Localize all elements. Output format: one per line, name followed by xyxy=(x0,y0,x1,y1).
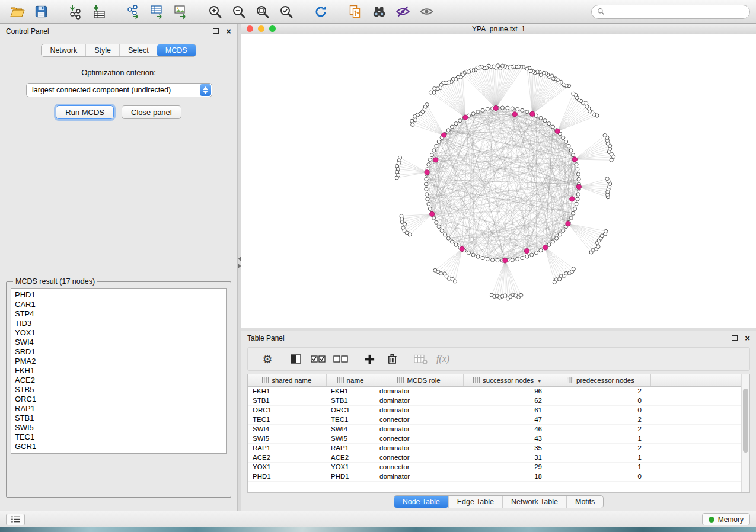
delete-column-button[interactable] xyxy=(381,349,403,369)
cell-predecessor-nodes[interactable]: 0 xyxy=(551,405,650,415)
cell-mcds-role[interactable]: connector xyxy=(375,415,463,424)
divider-handle-icon[interactable] xyxy=(238,257,241,268)
mcds-result-item[interactable]: PHD1 xyxy=(15,290,222,300)
table-row[interactable]: ACE2ACE2connector311 xyxy=(248,453,741,462)
cell-mcds-role[interactable]: connector xyxy=(375,434,463,443)
export-image-button[interactable] xyxy=(170,2,192,22)
cell-shared-name[interactable]: SWI4 xyxy=(248,424,326,434)
column-header-mcds-role[interactable]: MCDS role xyxy=(375,374,463,386)
column-header-name[interactable]: name xyxy=(326,374,375,386)
cell-shared-name[interactable]: YOX1 xyxy=(248,462,326,472)
panel-split-divider[interactable] xyxy=(237,24,241,511)
table-row[interactable]: FKH1FKH1dominator962 xyxy=(248,386,741,396)
cell-predecessor-nodes[interactable]: 2 xyxy=(551,415,650,424)
close-table-panel-icon[interactable]: × xyxy=(745,334,750,342)
mcds-result-item[interactable]: CAR1 xyxy=(15,300,222,309)
select-all-columns-button[interactable] xyxy=(307,349,330,369)
table-row[interactable]: SWI4SWI4dominator462 xyxy=(248,424,741,434)
search-input[interactable] xyxy=(608,8,744,16)
zoom-fit-button[interactable] xyxy=(251,2,274,22)
cell-successor-nodes[interactable]: 47 xyxy=(463,415,551,424)
tab-select[interactable]: Select xyxy=(119,44,157,56)
cell-mcds-role[interactable]: dominator xyxy=(375,472,463,481)
memory-button[interactable]: Memory xyxy=(702,513,750,525)
zoom-out-button[interactable] xyxy=(228,2,250,22)
mcds-result-item[interactable]: STB1 xyxy=(15,414,222,423)
cell-name[interactable]: SWI5 xyxy=(326,434,375,443)
cell-successor-nodes[interactable]: 31 xyxy=(463,453,551,462)
mcds-result-item[interactable]: TEC1 xyxy=(15,432,222,442)
mcds-result-item[interactable]: GCR1 xyxy=(15,442,222,451)
table-row[interactable]: ORC1ORC1dominator610 xyxy=(248,405,741,415)
table-row[interactable]: STB1STB1dominator620 xyxy=(248,396,741,405)
hide-selection-button[interactable] xyxy=(391,2,414,22)
cell-name[interactable]: RAP1 xyxy=(326,443,375,453)
import-network-button[interactable] xyxy=(64,2,87,22)
table-vertical-scrollbar[interactable] xyxy=(741,374,749,492)
cell-name[interactable]: STB1 xyxy=(326,396,375,405)
cell-successor-nodes[interactable]: 62 xyxy=(463,396,551,405)
table-tab-node-table[interactable]: Node Table xyxy=(394,496,448,508)
mcds-result-item[interactable]: SWI4 xyxy=(15,338,222,347)
deselect-all-columns-button[interactable] xyxy=(330,349,352,369)
float-panel-icon[interactable] xyxy=(213,28,219,34)
table-row[interactable]: SWI5SWI5connector431 xyxy=(248,434,741,443)
open-session-button[interactable] xyxy=(6,2,28,22)
cell-name[interactable]: PHD1 xyxy=(326,472,375,481)
cell-name[interactable]: YOX1 xyxy=(326,462,375,472)
close-panel-icon[interactable]: × xyxy=(226,27,231,36)
mcds-result-item[interactable]: ACE2 xyxy=(15,376,222,385)
cell-predecessor-nodes[interactable]: 0 xyxy=(551,472,650,481)
cell-mcds-role[interactable]: dominator xyxy=(375,396,463,405)
cell-predecessor-nodes[interactable]: 1 xyxy=(551,462,650,472)
tab-network[interactable]: Network xyxy=(42,44,85,56)
mcds-result-item[interactable]: STP4 xyxy=(15,309,222,319)
cell-mcds-role[interactable]: dominator xyxy=(375,405,463,415)
maximize-window-button[interactable] xyxy=(269,25,276,32)
close-window-button[interactable] xyxy=(247,25,253,32)
cell-name[interactable]: SWI4 xyxy=(326,424,375,434)
cell-shared-name[interactable]: ORC1 xyxy=(248,405,326,415)
cell-shared-name[interactable]: RAP1 xyxy=(248,443,326,453)
cell-shared-name[interactable]: STB1 xyxy=(248,396,326,405)
show-all-button[interactable] xyxy=(415,2,438,22)
cell-shared-name[interactable]: PHD1 xyxy=(248,472,326,481)
cell-mcds-role[interactable]: dominator xyxy=(375,424,463,434)
table-tab-network-table[interactable]: Network Table xyxy=(502,496,566,508)
function-builder-button[interactable]: f(x) xyxy=(432,349,454,369)
cell-predecessor-nodes[interactable]: 1 xyxy=(551,434,650,443)
find-network-button[interactable] xyxy=(368,2,390,22)
close-panel-button[interactable]: Close panel xyxy=(122,105,181,119)
table-row[interactable]: TEC1TEC1connector472 xyxy=(248,415,741,424)
copy-network-button[interactable] xyxy=(344,2,366,22)
mcds-result-list[interactable]: PHD1CAR1STP4TID3YOX1SWI4SRD1PMA2FKH1ACE2… xyxy=(11,288,227,454)
cell-mcds-role[interactable]: connector xyxy=(375,462,463,472)
mcds-result-item[interactable]: SWI5 xyxy=(15,423,222,432)
mcds-result-item[interactable]: ORC1 xyxy=(15,395,222,404)
network-canvas[interactable] xyxy=(241,34,756,328)
cell-predecessor-nodes[interactable]: 2 xyxy=(551,386,650,396)
mcds-result-item[interactable]: TID3 xyxy=(15,319,222,328)
refresh-network-button[interactable] xyxy=(310,2,332,22)
cell-predecessor-nodes[interactable]: 2 xyxy=(551,443,650,453)
cell-predecessor-nodes[interactable]: 2 xyxy=(551,424,650,434)
column-layout-button[interactable] xyxy=(285,349,307,369)
column-header-predecessor-nodes[interactable]: predecessor nodes xyxy=(551,374,650,386)
zoom-selected-button[interactable] xyxy=(275,2,298,22)
cell-successor-nodes[interactable]: 61 xyxy=(463,405,551,415)
minimize-window-button[interactable] xyxy=(258,25,264,32)
network-graph[interactable] xyxy=(241,34,756,328)
table-row[interactable]: RAP1RAP1dominator352 xyxy=(248,443,741,453)
add-column-button[interactable] xyxy=(358,349,381,369)
cell-successor-nodes[interactable]: 18 xyxy=(463,472,551,481)
table-row[interactable]: PHD1PHD1dominator180 xyxy=(248,472,741,481)
cell-predecessor-nodes[interactable]: 0 xyxy=(551,396,650,405)
column-header-successor-nodes[interactable]: successor nodes▾ xyxy=(463,374,551,386)
cell-mcds-role[interactable]: connector xyxy=(375,453,463,462)
table-settings-button[interactable]: ⚙ xyxy=(256,349,279,369)
cell-successor-nodes[interactable]: 35 xyxy=(463,443,551,453)
export-table-button[interactable] xyxy=(146,2,168,22)
delete-table-button[interactable] xyxy=(409,349,432,369)
cell-successor-nodes[interactable]: 46 xyxy=(463,424,551,434)
cell-shared-name[interactable]: ACE2 xyxy=(248,453,326,462)
